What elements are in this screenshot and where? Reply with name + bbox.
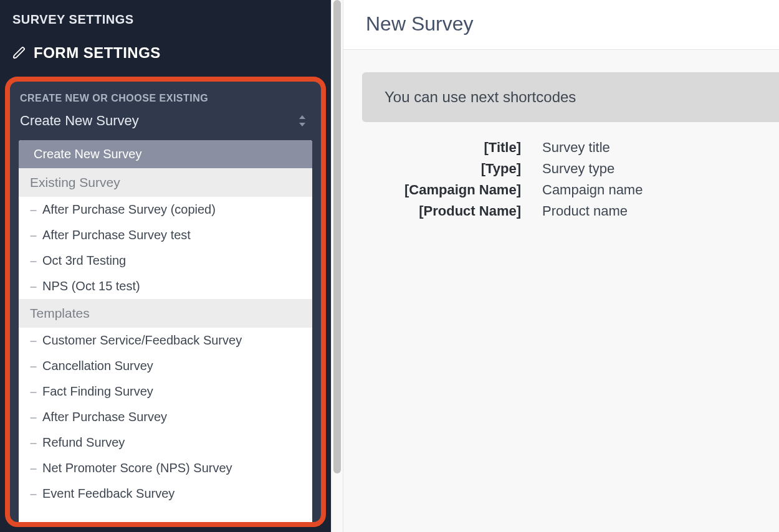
option-existing-survey[interactable]: – After Purchase Survey test (19, 222, 312, 248)
option-label: After Purchase Survey (42, 410, 167, 424)
option-template[interactable]: – After Purchase Survey (19, 404, 312, 430)
shortcode-desc: Survey title (542, 140, 779, 156)
main-panel: New Survey You can use next shortcodes [… (343, 0, 779, 532)
survey-select-dropdown: Create New Survey Existing Survey – Afte… (19, 140, 312, 522)
option-template[interactable]: – Cancellation Survey (19, 353, 312, 379)
survey-select[interactable]: Create New Survey (19, 112, 312, 140)
option-label: Create New Survey (34, 147, 141, 161)
option-label: Net Promoter Score (NPS) Survey (42, 461, 232, 475)
shortcode-desc: Product name (542, 203, 779, 219)
option-existing-survey[interactable]: – NPS (Oct 15 test) (19, 273, 312, 299)
shortcode-list: [Title] Survey title [Type] Survey type … (343, 122, 779, 219)
shortcode-code: [Campaign Name] (362, 182, 521, 198)
select-caret-icon (299, 115, 306, 126)
page-title: New Survey (366, 12, 757, 36)
bullet-icon: – (30, 254, 36, 268)
bullet-icon: – (30, 359, 36, 373)
bullet-icon: – (30, 228, 36, 242)
option-label: After Purchase Survey (copied) (42, 202, 216, 217)
shortcodes-heading: You can use next shortcodes (385, 88, 757, 106)
option-label: Refund Survey (42, 435, 125, 450)
option-label: Oct 3rd Testing (42, 254, 126, 268)
group-existing-surveys: Existing Survey (19, 168, 312, 197)
survey-select-value: Create New Survey (20, 113, 139, 129)
option-template[interactable]: – Refund Survey (19, 430, 312, 455)
option-template[interactable]: – Event Feedback Survey (19, 481, 312, 506)
shortcode-desc: Campaign name (542, 182, 779, 198)
shortcode-desc: Survey type (542, 161, 779, 177)
shortcode-code: [Product Name] (362, 203, 521, 219)
option-label: NPS (Oct 15 test) (42, 279, 140, 293)
vertical-scrollbar[interactable] (331, 0, 343, 532)
bullet-icon: – (30, 279, 36, 293)
option-template[interactable]: – Customer Service/Feedback Survey (19, 328, 312, 353)
bullet-icon: – (30, 435, 36, 450)
survey-selector-panel: CREATE NEW OR CHOOSE EXISTING Create New… (5, 77, 326, 527)
option-existing-survey[interactable]: – Oct 3rd Testing (19, 248, 312, 273)
option-label: Customer Service/Feedback Survey (42, 333, 242, 348)
group-templates: Templates (19, 299, 312, 328)
form-settings-heading: FORM SETTINGS (0, 44, 331, 77)
bullet-icon: – (30, 487, 36, 501)
bullet-icon: – (30, 202, 36, 217)
option-label: After Purchase Survey test (42, 228, 191, 242)
bullet-icon: – (30, 461, 36, 475)
bullet-icon: – (30, 333, 36, 348)
option-create-new[interactable]: Create New Survey (19, 140, 312, 168)
option-label: Fact Finding Survey (42, 384, 153, 399)
form-settings-label: FORM SETTINGS (34, 44, 161, 62)
shortcode-code: [Type] (362, 161, 521, 177)
option-label: Event Feedback Survey (42, 487, 174, 501)
scrollbar-thumb[interactable] (333, 0, 341, 473)
shortcode-code: [Title] (362, 140, 521, 156)
option-label: Cancellation Survey (42, 359, 153, 373)
option-template[interactable]: – Fact Finding Survey (19, 379, 312, 404)
pencil-icon (12, 46, 26, 60)
option-existing-survey[interactable]: – After Purchase Survey (copied) (19, 197, 312, 222)
bullet-icon: – (30, 410, 36, 424)
sidebar-title: SURVEY SETTINGS (0, 12, 331, 44)
survey-selector-label: CREATE NEW OR CHOOSE EXISTING (19, 90, 312, 112)
bullet-icon: – (30, 384, 36, 399)
option-template[interactable]: – Net Promoter Score (NPS) Survey (19, 455, 312, 481)
shortcodes-info-box: You can use next shortcodes (362, 72, 779, 122)
sidebar: SURVEY SETTINGS FORM SETTINGS CREATE NEW… (0, 0, 331, 532)
main-header: New Survey (343, 0, 779, 50)
